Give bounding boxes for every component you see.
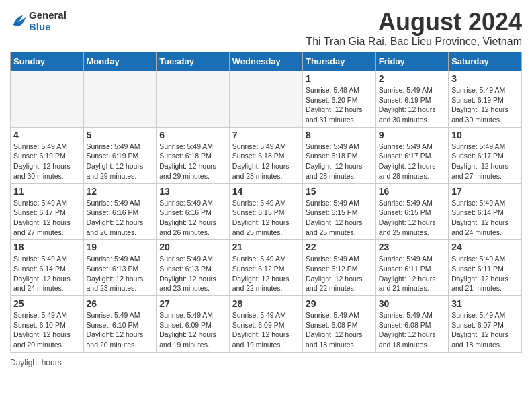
- day-info: Sunrise: 5:49 AM Sunset: 6:18 PM Dayligh…: [232, 142, 300, 181]
- calendar-day-cell: 14Sunrise: 5:49 AM Sunset: 6:15 PM Dayli…: [229, 183, 302, 240]
- calendar-table: SundayMondayTuesdayWednesdayThursdayFrid…: [10, 52, 522, 353]
- calendar-day-cell: 25Sunrise: 5:49 AM Sunset: 6:10 PM Dayli…: [11, 296, 84, 353]
- day-info: Sunrise: 5:49 AM Sunset: 6:19 PM Dayligh…: [379, 85, 445, 125]
- day-info: Sunrise: 5:49 AM Sunset: 6:08 PM Dayligh…: [306, 310, 373, 350]
- day-number: 15: [306, 186, 373, 197]
- calendar-day-cell: [83, 71, 157, 128]
- day-info: Sunrise: 5:49 AM Sunset: 6:12 PM Dayligh…: [306, 254, 373, 293]
- day-info: Sunrise: 5:49 AM Sunset: 6:09 PM Dayligh…: [159, 310, 226, 350]
- logo-bird-icon: [10, 12, 29, 31]
- day-info: Sunrise: 5:49 AM Sunset: 6:16 PM Dayligh…: [87, 198, 154, 238]
- calendar-day-cell: 9Sunrise: 5:49 AM Sunset: 6:17 PM Daylig…: [375, 127, 448, 183]
- calendar-day-cell: 20Sunrise: 5:49 AM Sunset: 6:13 PM Dayli…: [157, 240, 230, 296]
- calendar-header-friday: Friday: [375, 52, 448, 71]
- calendar-day-cell: 23Sunrise: 5:49 AM Sunset: 6:11 PM Dayli…: [375, 240, 448, 296]
- calendar-day-cell: 5Sunrise: 5:49 AM Sunset: 6:19 PM Daylig…: [83, 127, 157, 183]
- day-number: 1: [306, 73, 373, 84]
- day-number: 22: [306, 242, 373, 253]
- calendar-day-cell: 28Sunrise: 5:49 AM Sunset: 6:09 PM Dayli…: [229, 296, 302, 353]
- day-number: 2: [379, 73, 445, 84]
- calendar-header-sunday: Sunday: [11, 52, 84, 71]
- calendar-day-cell: 2Sunrise: 5:49 AM Sunset: 6:19 PM Daylig…: [375, 71, 448, 128]
- day-number: 27: [159, 298, 226, 309]
- calendar-day-cell: [157, 71, 230, 128]
- calendar-day-cell: 17Sunrise: 5:49 AM Sunset: 6:14 PM Dayli…: [449, 183, 522, 240]
- day-number: 28: [232, 298, 300, 309]
- day-info: Sunrise: 5:49 AM Sunset: 6:19 PM Dayligh…: [13, 142, 81, 181]
- day-info: Sunrise: 5:49 AM Sunset: 6:17 PM Dayligh…: [451, 142, 519, 181]
- calendar-day-cell: 12Sunrise: 5:49 AM Sunset: 6:16 PM Dayli…: [83, 183, 157, 240]
- day-info: Sunrise: 5:49 AM Sunset: 6:19 PM Dayligh…: [87, 142, 154, 181]
- day-number: 14: [232, 186, 300, 197]
- calendar-header-thursday: Thursday: [302, 52, 375, 71]
- calendar-day-cell: 7Sunrise: 5:49 AM Sunset: 6:18 PM Daylig…: [229, 127, 302, 183]
- day-info: Sunrise: 5:49 AM Sunset: 6:13 PM Dayligh…: [87, 254, 154, 293]
- day-number: 16: [379, 186, 445, 197]
- day-info: Sunrise: 5:49 AM Sunset: 6:17 PM Dayligh…: [13, 198, 81, 238]
- day-info: Sunrise: 5:49 AM Sunset: 6:08 PM Dayligh…: [379, 310, 445, 350]
- day-info: Sunrise: 5:48 AM Sunset: 6:20 PM Dayligh…: [306, 85, 373, 125]
- calendar-day-cell: 6Sunrise: 5:49 AM Sunset: 6:18 PM Daylig…: [157, 127, 230, 183]
- calendar-header-monday: Monday: [83, 52, 157, 71]
- month-year-title: August 2024: [306, 10, 522, 34]
- day-number: 5: [87, 130, 154, 140]
- day-number: 23: [379, 242, 445, 253]
- day-info: Sunrise: 5:49 AM Sunset: 6:11 PM Dayligh…: [379, 254, 445, 293]
- calendar-week-row: 4Sunrise: 5:49 AM Sunset: 6:19 PM Daylig…: [11, 127, 522, 183]
- calendar-day-cell: [11, 71, 84, 128]
- title-area: August 2024 Thi Tran Gia Rai, Bac Lieu P…: [306, 10, 522, 48]
- day-number: 13: [159, 186, 226, 197]
- calendar-day-cell: 3Sunrise: 5:49 AM Sunset: 6:19 PM Daylig…: [449, 71, 522, 128]
- day-number: 30: [379, 298, 445, 309]
- calendar-week-row: 18Sunrise: 5:49 AM Sunset: 6:14 PM Dayli…: [11, 240, 522, 296]
- calendar-day-cell: 4Sunrise: 5:49 AM Sunset: 6:19 PM Daylig…: [11, 127, 84, 183]
- calendar-day-cell: 10Sunrise: 5:49 AM Sunset: 6:17 PM Dayli…: [449, 127, 522, 183]
- day-number: 18: [13, 242, 81, 253]
- day-info: Sunrise: 5:49 AM Sunset: 6:12 PM Dayligh…: [232, 254, 300, 293]
- calendar-week-row: 25Sunrise: 5:49 AM Sunset: 6:10 PM Dayli…: [11, 296, 522, 353]
- calendar-day-cell: 27Sunrise: 5:49 AM Sunset: 6:09 PM Dayli…: [157, 296, 230, 353]
- day-info: Sunrise: 5:49 AM Sunset: 6:07 PM Dayligh…: [451, 310, 519, 350]
- day-number: 8: [306, 130, 373, 140]
- day-info: Sunrise: 5:49 AM Sunset: 6:14 PM Dayligh…: [13, 254, 81, 293]
- day-info: Sunrise: 5:49 AM Sunset: 6:13 PM Dayligh…: [159, 254, 226, 293]
- calendar-day-cell: [229, 71, 302, 128]
- day-number: 9: [379, 130, 445, 140]
- day-info: Sunrise: 5:49 AM Sunset: 6:10 PM Dayligh…: [87, 310, 154, 350]
- day-info: Sunrise: 5:49 AM Sunset: 6:18 PM Dayligh…: [306, 142, 373, 181]
- day-info: Sunrise: 5:49 AM Sunset: 6:11 PM Dayligh…: [451, 254, 519, 293]
- day-number: 24: [451, 242, 519, 253]
- day-number: 17: [451, 186, 519, 197]
- calendar-header-wednesday: Wednesday: [229, 52, 302, 71]
- calendar-day-cell: 1Sunrise: 5:48 AM Sunset: 6:20 PM Daylig…: [302, 71, 375, 128]
- day-info: Sunrise: 5:49 AM Sunset: 6:15 PM Dayligh…: [232, 198, 300, 238]
- calendar-header-row: SundayMondayTuesdayWednesdayThursdayFrid…: [11, 52, 522, 71]
- calendar-day-cell: 16Sunrise: 5:49 AM Sunset: 6:15 PM Dayli…: [375, 183, 448, 240]
- day-number: 7: [232, 130, 300, 140]
- day-number: 4: [13, 130, 81, 140]
- day-number: 25: [13, 298, 81, 309]
- location-subtitle: Thi Tran Gia Rai, Bac Lieu Province, Vie…: [306, 36, 522, 48]
- day-number: 31: [451, 298, 519, 309]
- calendar-week-row: 1Sunrise: 5:48 AM Sunset: 6:20 PM Daylig…: [11, 71, 522, 128]
- calendar-day-cell: 24Sunrise: 5:49 AM Sunset: 6:11 PM Dayli…: [449, 240, 522, 296]
- day-info: Sunrise: 5:49 AM Sunset: 6:19 PM Dayligh…: [451, 85, 519, 125]
- calendar-day-cell: 19Sunrise: 5:49 AM Sunset: 6:13 PM Dayli…: [83, 240, 157, 296]
- calendar-day-cell: 21Sunrise: 5:49 AM Sunset: 6:12 PM Dayli…: [229, 240, 302, 296]
- calendar-header-tuesday: Tuesday: [157, 52, 230, 71]
- logo-text: General Blue: [29, 10, 66, 32]
- calendar-week-row: 11Sunrise: 5:49 AM Sunset: 6:17 PM Dayli…: [11, 183, 522, 240]
- day-number: 19: [87, 242, 154, 253]
- calendar-day-cell: 13Sunrise: 5:49 AM Sunset: 6:16 PM Dayli…: [157, 183, 230, 240]
- day-info: Sunrise: 5:49 AM Sunset: 6:15 PM Dayligh…: [306, 198, 373, 238]
- day-info: Sunrise: 5:49 AM Sunset: 6:15 PM Dayligh…: [379, 198, 445, 238]
- footer: Daylight hours: [10, 358, 522, 367]
- calendar-day-cell: 22Sunrise: 5:49 AM Sunset: 6:12 PM Dayli…: [302, 240, 375, 296]
- day-info: Sunrise: 5:49 AM Sunset: 6:17 PM Dayligh…: [379, 142, 445, 181]
- day-number: 11: [13, 186, 81, 197]
- day-number: 20: [159, 242, 226, 253]
- calendar-day-cell: 30Sunrise: 5:49 AM Sunset: 6:08 PM Dayli…: [375, 296, 448, 353]
- calendar-header-saturday: Saturday: [449, 52, 522, 71]
- calendar-day-cell: 15Sunrise: 5:49 AM Sunset: 6:15 PM Dayli…: [302, 183, 375, 240]
- calendar-day-cell: 29Sunrise: 5:49 AM Sunset: 6:08 PM Dayli…: [302, 296, 375, 353]
